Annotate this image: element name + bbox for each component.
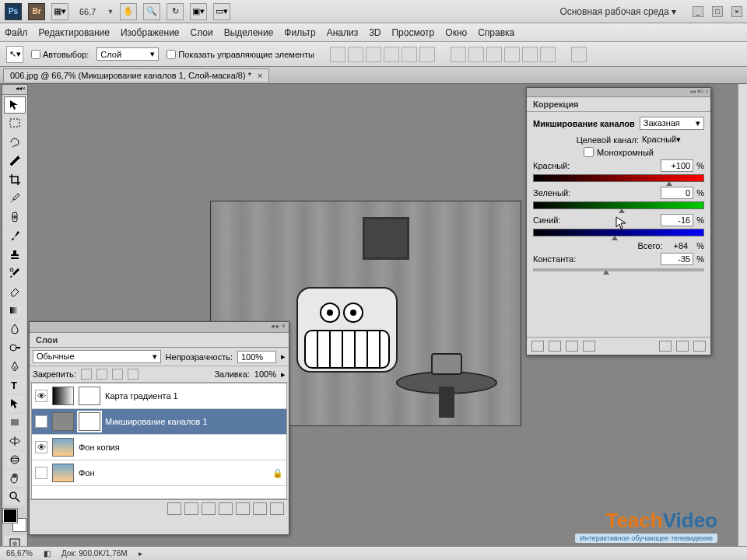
layer-mask-thumb[interactable] xyxy=(79,412,100,431)
layer-item[interactable]: 👁 Фон копия xyxy=(32,435,286,460)
red-input[interactable]: +100 xyxy=(661,159,693,172)
type-tool[interactable]: T xyxy=(4,376,26,394)
expand-icon[interactable] xyxy=(549,341,561,352)
link-layers-icon[interactable] xyxy=(167,502,181,515)
constant-slider[interactable] xyxy=(533,268,704,271)
distribute-btn[interactable] xyxy=(468,47,484,62)
layer-item[interactable]: Фон 🔒 xyxy=(32,460,286,486)
distribute-btn[interactable] xyxy=(540,47,556,62)
close-icon[interactable]: × xyxy=(282,322,286,332)
layer-thumb[interactable] xyxy=(52,438,74,457)
layer-thumb[interactable] xyxy=(52,412,74,431)
menu-3d[interactable]: 3D xyxy=(369,27,381,38)
menu-image[interactable]: Изображение xyxy=(121,27,180,38)
layers-tab[interactable]: Слои xyxy=(30,333,289,348)
adjustment-layer-icon[interactable] xyxy=(219,502,233,515)
distribute-btn[interactable] xyxy=(522,47,538,62)
zoom-tool[interactable] xyxy=(4,488,26,506)
3d-rotate-tool[interactable] xyxy=(4,432,26,450)
layer-item[interactable]: 👁 Микширование каналов 1 xyxy=(32,409,286,435)
monochrome-checkbox[interactable] xyxy=(584,147,594,157)
screen-mode-icon[interactable]: ▭▾ xyxy=(213,3,230,20)
lock-pixels-icon[interactable] xyxy=(96,369,107,380)
distribute-btn[interactable] xyxy=(504,47,520,62)
menu-filter[interactable]: Фильтр xyxy=(284,27,315,38)
hand-tool[interactable] xyxy=(4,470,26,487)
align-btn[interactable] xyxy=(384,47,399,62)
close-icon[interactable]: × xyxy=(22,85,26,94)
layout-icon[interactable]: ▦▾ xyxy=(51,3,68,20)
align-btn[interactable] xyxy=(330,47,345,62)
blend-mode-select[interactable]: Обычные▾ xyxy=(33,350,161,363)
eyedropper-tool[interactable] xyxy=(4,190,26,207)
collapse-icon[interactable]: ◂◂ xyxy=(271,322,279,332)
zoom-icon[interactable]: 🔍 xyxy=(143,3,160,20)
wand-tool[interactable] xyxy=(4,152,26,170)
3d-orbit-tool[interactable] xyxy=(4,451,26,468)
shape-tool[interactable] xyxy=(4,414,26,431)
menu-window[interactable]: Окно xyxy=(445,27,467,38)
red-slider[interactable] xyxy=(533,174,704,182)
output-channel-select[interactable]: Красный▾ xyxy=(642,135,704,145)
gradient-tool[interactable] xyxy=(4,302,26,319)
layer-group-icon[interactable] xyxy=(236,502,250,515)
opacity-flyout-icon[interactable]: ▸ xyxy=(281,352,286,362)
panel-menu-icon[interactable]: ▾≡ xyxy=(697,88,704,96)
visibility-toggle[interactable] xyxy=(35,467,47,479)
foreground-color[interactable] xyxy=(3,509,17,523)
menu-edit[interactable]: Редактирование xyxy=(39,27,110,38)
minimize-button[interactable]: _ xyxy=(693,6,703,17)
move-tool[interactable] xyxy=(4,96,26,114)
zoom-level[interactable]: 66,7 xyxy=(79,7,96,16)
arrange-icon[interactable]: ▣▾ xyxy=(190,3,207,20)
previous-state-icon[interactable] xyxy=(659,341,672,352)
distribute-btn[interactable] xyxy=(486,47,502,62)
delete-layer-icon[interactable] xyxy=(270,502,284,515)
pen-tool[interactable] xyxy=(4,358,26,375)
stamp-tool[interactable] xyxy=(4,246,26,263)
history-brush-tool[interactable] xyxy=(4,264,26,282)
brush-tool[interactable] xyxy=(4,227,26,244)
bridge-logo-icon[interactable]: Br xyxy=(28,3,45,20)
menu-analysis[interactable]: Анализ xyxy=(327,27,359,38)
visibility-toggle[interactable]: 👁 xyxy=(35,441,47,453)
collapse-icon[interactable]: ◂◂ xyxy=(689,88,696,96)
blur-tool[interactable] xyxy=(4,320,26,338)
layer-fx-icon[interactable] xyxy=(184,502,198,515)
new-layer-icon[interactable] xyxy=(253,502,267,515)
auto-align-btn[interactable] xyxy=(571,47,587,62)
fill-input[interactable]: 100% xyxy=(254,369,276,379)
visibility-icon[interactable] xyxy=(583,341,595,352)
reset-icon[interactable] xyxy=(676,341,689,352)
clip-icon[interactable] xyxy=(566,341,578,352)
color-swatches[interactable] xyxy=(3,509,26,532)
status-zoom[interactable]: 66,67% xyxy=(6,549,33,558)
collapse-icon[interactable]: ◂◂ xyxy=(16,85,22,94)
layer-mask-thumb[interactable] xyxy=(79,387,100,405)
delete-icon[interactable] xyxy=(693,341,706,352)
maximize-button[interactable]: □ xyxy=(712,6,723,17)
blue-input[interactable]: -16 xyxy=(661,214,693,226)
distribute-btn[interactable] xyxy=(451,47,466,62)
green-input[interactable]: 0 xyxy=(661,187,693,199)
lock-all-icon[interactable] xyxy=(128,369,139,380)
layer-item[interactable]: 👁 Карта градиента 1 xyxy=(32,383,286,409)
close-button[interactable]: × xyxy=(731,6,742,17)
marquee-tool[interactable] xyxy=(4,115,26,132)
visibility-toggle[interactable]: 👁 xyxy=(35,390,47,402)
lock-position-icon[interactable] xyxy=(112,369,123,380)
hand-icon[interactable]: ✋ xyxy=(120,3,137,20)
layer-thumb[interactable] xyxy=(52,387,74,405)
dodge-tool[interactable] xyxy=(4,339,26,356)
green-slider[interactable] xyxy=(533,201,704,209)
close-icon[interactable]: × xyxy=(705,88,709,96)
align-btn[interactable] xyxy=(348,47,363,62)
menu-view[interactable]: Просмотр xyxy=(391,27,434,38)
menu-help[interactable]: Справка xyxy=(478,27,514,38)
opacity-input[interactable]: 100% xyxy=(237,351,276,363)
align-btn[interactable] xyxy=(419,47,435,62)
status-flyout-icon[interactable]: ▸ xyxy=(139,549,142,558)
lasso-tool[interactable] xyxy=(4,134,26,151)
document-tab[interactable]: 006.jpg @ 66,7% (Микширование каналов 1,… xyxy=(3,68,269,82)
workspace-switcher[interactable]: Основная рабочая среда ▾ xyxy=(552,6,684,17)
